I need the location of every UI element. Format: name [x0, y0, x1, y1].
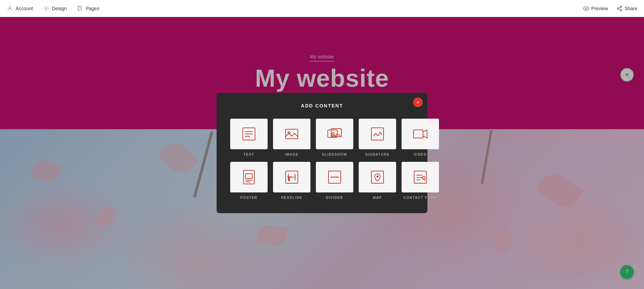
slideshow-label: SLIDESHOW: [322, 153, 347, 156]
preview-label: Preview: [591, 6, 608, 11]
svg-line-9: [618, 7, 620, 8]
share-icon: [616, 5, 623, 12]
svg-rect-22: [245, 174, 252, 178]
preview-icon: [583, 5, 589, 12]
content-item-poster[interactable]: POSTER: [230, 162, 268, 200]
headline-icon: T: [284, 169, 300, 185]
image-icon: [284, 126, 300, 142]
content-item-divider[interactable]: DIVIDER: [316, 162, 353, 200]
page-content: My website My website + ? × ADD CONTENT: [0, 17, 644, 289]
image-label: IMAGE: [285, 153, 299, 156]
slideshow-icon: [326, 126, 343, 142]
content-item-signature[interactable]: SIGNATURE: [359, 119, 396, 156]
map-label: MAP: [373, 196, 382, 200]
svg-rect-19: [371, 128, 384, 140]
svg-point-6: [617, 7, 619, 9]
svg-rect-14: [286, 129, 298, 139]
content-item-slideshow[interactable]: SLIDESHOW: [316, 119, 353, 156]
content-item-contact-form[interactable]: CONTACT FORM: [402, 162, 439, 200]
text-icon: [241, 126, 257, 142]
svg-point-1: [45, 7, 47, 9]
content-item-map[interactable]: MAP: [359, 162, 396, 200]
divider-icon: [326, 169, 343, 185]
text-icon-box: [230, 119, 268, 149]
headline-label: HEADLINE: [281, 196, 302, 200]
text-label: TEXT: [243, 153, 254, 156]
account-label: Account: [16, 6, 33, 11]
video-icon-box: [402, 119, 439, 149]
video-label: VIDEO: [414, 153, 427, 156]
content-item-video[interactable]: VIDEO: [402, 119, 439, 156]
svg-text:T: T: [287, 175, 292, 183]
content-item-image[interactable]: IMAGE: [273, 119, 310, 156]
image-icon-box: [273, 119, 310, 149]
signature-icon-box: [359, 119, 396, 149]
svg-point-4: [586, 7, 587, 9]
pages-label: Pages: [86, 6, 99, 11]
contact-form-label: CONTACT FORM: [404, 196, 437, 200]
map-icon-box: [359, 162, 396, 192]
contact-form-icon: [412, 169, 428, 185]
share-nav-item[interactable]: Share: [616, 5, 637, 12]
nav-right: Preview Share: [583, 5, 637, 12]
svg-point-5: [620, 6, 622, 7]
close-icon: ×: [417, 100, 419, 105]
video-icon: [412, 126, 428, 142]
poster-icon-box: [230, 162, 268, 192]
divider-label: DIVIDER: [326, 196, 343, 200]
pages-icon: [77, 5, 83, 12]
modal-overlay: × ADD CONTENT TEXT: [0, 17, 644, 289]
design-nav-item[interactable]: Design: [43, 5, 67, 12]
svg-point-0: [9, 6, 11, 8]
pages-nav-item[interactable]: Pages: [77, 5, 99, 12]
add-content-modal: × ADD CONTENT TEXT: [217, 93, 427, 213]
headline-icon-box: T: [273, 162, 310, 192]
svg-rect-20: [413, 130, 423, 138]
contact-form-icon-box: [402, 162, 439, 192]
content-grid: TEXT IMAGE: [230, 119, 414, 200]
divider-icon-box: [316, 162, 353, 192]
account-nav-item[interactable]: Account: [7, 5, 33, 12]
design-label: Design: [52, 6, 67, 11]
nav-left: Account Design Pages: [7, 5, 99, 12]
preview-nav-item[interactable]: Preview: [583, 5, 608, 12]
content-item-text[interactable]: TEXT: [230, 119, 268, 156]
poster-icon: [241, 169, 257, 185]
modal-title: ADD CONTENT: [230, 103, 414, 108]
share-label: Share: [625, 6, 637, 11]
slideshow-icon-box: [316, 119, 353, 149]
account-icon: [7, 5, 13, 12]
svg-line-8: [618, 9, 620, 10]
svg-point-7: [620, 10, 622, 11]
top-nav: Account Design Pages Preview: [0, 0, 644, 17]
signature-icon: [369, 126, 386, 142]
content-item-headline[interactable]: T HEADLINE: [273, 162, 310, 200]
svg-point-33: [376, 175, 378, 177]
poster-label: POSTER: [240, 196, 257, 200]
modal-close-button[interactable]: ×: [413, 98, 423, 107]
svg-rect-16: [328, 130, 337, 137]
signature-label: SIGNATURE: [365, 153, 390, 156]
design-icon: [43, 5, 49, 12]
map-icon: [369, 169, 386, 185]
